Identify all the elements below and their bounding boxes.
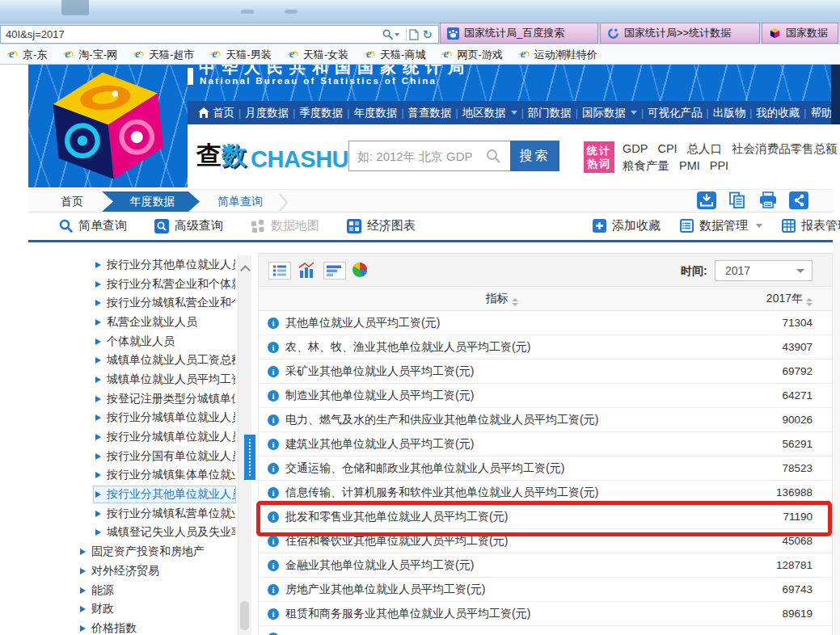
info-icon[interactable] xyxy=(268,318,279,329)
bookmark-item[interactable]: e 运动潮鞋特价 xyxy=(518,48,597,62)
nav-item[interactable]: 可视化产品 xyxy=(648,106,703,120)
nav-item[interactable]: 首页 xyxy=(198,106,234,120)
info-icon[interactable] xyxy=(268,633,279,635)
bookmark-item[interactable]: e 天猫-超市 xyxy=(133,48,194,62)
table-row[interactable]: 批发和零售业其他单位就业人员平均工资(元) 71190 xyxy=(259,505,832,529)
nav-item[interactable]: 普查数据 xyxy=(408,106,452,120)
toolbar-item[interactable]: 数据地图 xyxy=(251,218,319,233)
breadcrumb-active-tab[interactable]: 年度数据 xyxy=(102,191,200,212)
hot-word[interactable]: 总人口 xyxy=(687,141,723,158)
table-row[interactable]: 住宿和餐饮业其他单位就业人员平均工资(元) 45068 xyxy=(259,529,832,553)
toolbar-item[interactable]: 简单查询 xyxy=(59,218,127,233)
tree-item[interactable]: 个体就业人员 xyxy=(28,332,236,351)
tree-item[interactable]: 按登记注册类型分城镇单位就业 xyxy=(28,389,236,409)
table-row[interactable]: 采矿业其他单位就业人员平均工资(元) 69792 xyxy=(259,360,832,384)
info-icon[interactable] xyxy=(268,487,279,498)
toolbar-item[interactable]: 报表管理 xyxy=(782,218,840,233)
tree-item[interactable]: 城镇单位就业人员平均工资和指 xyxy=(28,370,236,389)
share-icon[interactable] xyxy=(789,191,808,209)
toolbar-item[interactable]: 高级查询 xyxy=(154,218,223,233)
input-search-icon[interactable] xyxy=(486,149,500,163)
bookmark-item[interactable]: e 天猫-男装 xyxy=(209,48,271,62)
breadcrumb-current[interactable]: 简单查询 xyxy=(217,195,263,209)
tree-item[interactable]: 按行业分城镇集体单位就业人员 xyxy=(28,466,236,486)
nbs-logo[interactable] xyxy=(28,65,188,187)
tree-item[interactable]: 财政 xyxy=(28,599,236,619)
refresh-icon[interactable]: ↻ xyxy=(422,28,433,40)
tree-item[interactable]: 按行业分城镇私营单位就业人员 xyxy=(28,504,236,524)
table-row[interactable]: 农、林、牧、渔业其他单位就业人员平均工资(元) 43907 xyxy=(259,335,832,360)
tree-item[interactable]: 城镇登记失业人员及失业率 xyxy=(28,524,236,543)
info-icon[interactable] xyxy=(268,608,279,620)
bookmark-item[interactable]: e 天猫-女装 xyxy=(287,48,348,62)
nav-item[interactable]: 季度数据 xyxy=(299,106,343,120)
compatibility-icon[interactable] xyxy=(409,29,419,40)
panel-splitter[interactable] xyxy=(244,435,255,480)
chevron-down-icon[interactable] xyxy=(395,33,399,36)
toolbar-item[interactable]: 添加收藏 xyxy=(593,218,661,233)
hbar-chart-view-icon[interactable] xyxy=(323,262,346,280)
hot-word[interactable]: PMI xyxy=(679,158,700,175)
info-icon[interactable] xyxy=(268,463,279,474)
search-icon[interactable] xyxy=(382,29,393,40)
bookmark-item[interactable]: e 天猫-商城 xyxy=(364,48,425,62)
nav-item[interactable]: 年度数据 xyxy=(353,106,397,120)
tree-item[interactable]: 按行业分其他单位就业人员平均 xyxy=(28,485,236,504)
hot-word[interactable]: GDP xyxy=(623,141,648,158)
chashu-logo[interactable]: 查数CHASHU xyxy=(196,139,348,173)
hot-word[interactable]: PPI xyxy=(710,158,728,175)
window-titlebar[interactable] xyxy=(0,0,840,23)
sidebar-scrollbar-thumb[interactable] xyxy=(240,601,249,630)
tree-item[interactable]: 私营企业就业人员 xyxy=(28,313,236,332)
tree-item[interactable]: 对外经济贸易 xyxy=(28,561,236,581)
table-row[interactable]: 交通运输、仓储和邮政业其他单位就业人员平均工资(元) 78523 xyxy=(259,456,832,481)
browser-tab[interactable]: 国家统计局>>统计数据 xyxy=(600,23,760,44)
breadcrumb-home[interactable]: 首页 xyxy=(61,195,83,209)
table-row[interactable]: 建筑业其他单位就业人员平均工资(元) 56291 xyxy=(259,432,832,456)
hot-word[interactable]: CPI xyxy=(657,141,677,158)
table-row[interactable]: 其他单位就业人员平均工资(元) 71304 xyxy=(259,311,832,335)
bookmark-item[interactable]: e 淘-宝-网 xyxy=(62,48,117,62)
list-view-icon[interactable] xyxy=(268,262,291,280)
tree-item[interactable]: 固定资产投资和房地产 xyxy=(28,542,236,561)
table-row[interactable]: 房地产业其他单位就业人员平均工资(元) 69743 xyxy=(259,578,832,602)
print-icon[interactable] xyxy=(758,191,778,209)
info-icon[interactable] xyxy=(268,366,279,377)
bookmark-item[interactable]: e 京-东 xyxy=(6,48,47,62)
info-icon[interactable] xyxy=(268,390,279,402)
tree-item[interactable]: 价格指数 xyxy=(28,619,236,635)
table-row[interactable]: 电力、燃气及水的生产和供应业其他单位就业人员平均工资(元) 90026 xyxy=(259,408,832,432)
tree-item[interactable]: 按行业分城镇单位就业人员平均 xyxy=(28,427,236,447)
column-header-year[interactable]: 2017年 xyxy=(745,292,832,306)
search-button[interactable]: 搜索 xyxy=(510,141,559,171)
tree-item[interactable]: 按行业分城镇私营企业和个体就 xyxy=(28,293,236,313)
toolbar-item[interactable]: 数据管理 xyxy=(680,218,762,233)
copy-icon[interactable] xyxy=(728,191,747,209)
browser-tab[interactable]: 国家数据 xyxy=(762,23,838,44)
bookmark-item[interactable]: e 网页-游戏 xyxy=(441,48,502,62)
info-icon[interactable] xyxy=(268,536,279,547)
nav-item[interactable]: 国际数据 xyxy=(582,106,637,120)
table-row[interactable]: 制造业其他单位就业人员平均工资(元) 64271 xyxy=(259,384,832,408)
tree-item[interactable]: 能源 xyxy=(28,581,236,600)
table-row-partial[interactable] xyxy=(259,626,832,635)
tree-item[interactable]: 按行业分其他单位就业人员 xyxy=(28,255,236,275)
info-icon[interactable] xyxy=(268,511,279,523)
tree-item[interactable]: 按行业分私营企业和个体就业人 xyxy=(28,275,236,294)
nav-item[interactable]: 月度数据 xyxy=(245,106,289,120)
nav-item[interactable]: 部门数据 xyxy=(528,106,572,120)
time-dropdown[interactable]: 2017 xyxy=(715,260,813,281)
address-bar[interactable]: 40I&sj=2017 ↻ xyxy=(0,25,439,44)
info-icon[interactable] xyxy=(268,414,279,426)
hot-word[interactable]: 粮食产量 xyxy=(623,158,669,175)
tree-item[interactable]: 按行业分国有单位就业人员平均 xyxy=(28,447,236,466)
info-icon[interactable] xyxy=(268,584,279,595)
info-icon[interactable] xyxy=(268,342,279,353)
bar-chart-view-icon[interactable] xyxy=(297,261,316,280)
table-row[interactable]: 金融业其他单位就业人员平均工资(元) 128781 xyxy=(259,553,832,578)
toolbar-item[interactable]: 经济图表 xyxy=(347,218,416,233)
nav-item[interactable]: 帮助 xyxy=(810,106,831,120)
column-header-indicator[interactable]: 指标 xyxy=(259,292,745,306)
pie-chart-view-icon[interactable] xyxy=(351,261,369,279)
tree-item[interactable]: 按行业分城镇单位就业人员工资 xyxy=(28,409,236,428)
